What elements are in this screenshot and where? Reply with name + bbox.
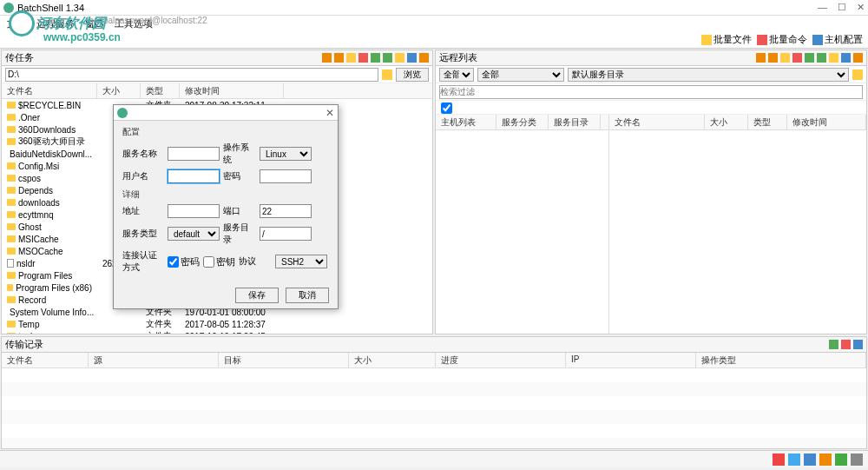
up-icon[interactable] bbox=[346, 53, 356, 63]
start-icon[interactable] bbox=[829, 340, 838, 349]
table-row[interactable]: Temp文件夹2017-08-05 11:28:37 bbox=[2, 318, 432, 330]
col-dst[interactable]: 目标 bbox=[219, 353, 349, 367]
col-name[interactable]: 文件名 bbox=[2, 353, 89, 367]
search-filter-input[interactable] bbox=[439, 85, 863, 99]
col-op[interactable]: 操作类型 bbox=[696, 353, 866, 367]
remote-panel-title: 远程列表 bbox=[439, 51, 477, 64]
view-icon[interactable] bbox=[841, 53, 851, 63]
col-size[interactable]: 大小 bbox=[705, 115, 748, 129]
refresh-icon[interactable] bbox=[805, 53, 814, 63]
clear-icon[interactable] bbox=[853, 340, 863, 349]
transfer-title: 传输记录 bbox=[5, 338, 43, 351]
config-dialog: ✕ 配置 服务名称 操作系统 Linux 用户名 密码 详细 地址 端口 服务类… bbox=[113, 104, 339, 309]
up-icon[interactable] bbox=[780, 53, 790, 63]
address-input[interactable] bbox=[168, 204, 220, 218]
col-type[interactable]: 类型 bbox=[748, 115, 787, 129]
host-grid[interactable] bbox=[436, 130, 608, 334]
auth-pwd-checkbox[interactable] bbox=[168, 256, 179, 268]
col-ip[interactable]: IP bbox=[566, 353, 696, 367]
sync-icon[interactable] bbox=[419, 53, 429, 63]
watermark-url: www.pc0359.cn bbox=[43, 31, 121, 43]
col-type[interactable]: 类型 bbox=[141, 83, 180, 98]
transfer-panel: 传输记录 文件名 源 目标 大小 进度 IP 操作类型 bbox=[1, 336, 867, 449]
section-detail: 详细 bbox=[122, 189, 329, 201]
status-icon-3[interactable] bbox=[804, 453, 816, 466]
back-icon[interactable] bbox=[322, 53, 332, 63]
filter-all-1[interactable]: 全部 bbox=[439, 68, 474, 82]
col-name[interactable]: 文件名 bbox=[609, 115, 705, 129]
statusbar bbox=[0, 450, 868, 467]
refresh-icon[interactable] bbox=[371, 53, 380, 63]
default-dir-select[interactable]: 默认服务目录 bbox=[568, 68, 849, 82]
status-icon-1[interactable] bbox=[773, 453, 785, 466]
col-date[interactable]: 修改时间 bbox=[787, 115, 866, 129]
local-panel-title: 传任务 bbox=[5, 51, 34, 64]
titlebar: BatchShell 1.34 — ☐ ✕ bbox=[0, 0, 868, 16]
back-icon[interactable] bbox=[756, 53, 766, 63]
port-label: 端口 bbox=[223, 205, 256, 217]
svc-dir-label: 服务目录 bbox=[223, 222, 256, 246]
status-icon-2[interactable] bbox=[788, 453, 800, 466]
host-config-button[interactable]: 主机配置 bbox=[812, 33, 863, 46]
batch-cmd-icon bbox=[757, 35, 767, 45]
batch-file-icon bbox=[701, 35, 712, 45]
col-progress[interactable]: 进度 bbox=[436, 353, 566, 367]
col-host[interactable]: 主机列表 bbox=[436, 115, 496, 129]
svc-type-select[interactable]: default bbox=[168, 227, 220, 241]
status-icon-4[interactable] bbox=[819, 453, 832, 466]
folder-icon[interactable] bbox=[852, 70, 863, 80]
view-icon[interactable] bbox=[407, 53, 417, 63]
proto-select[interactable]: SSH2 bbox=[275, 255, 327, 268]
user-input[interactable] bbox=[168, 169, 220, 183]
cancel-button[interactable]: 取消 bbox=[286, 288, 329, 303]
col-category[interactable]: 服务分类 bbox=[496, 115, 549, 129]
save-button[interactable]: 保存 bbox=[235, 288, 279, 303]
new-icon[interactable] bbox=[383, 53, 392, 63]
auth-key-checkbox[interactable] bbox=[203, 256, 214, 268]
address-label: 地址 bbox=[122, 205, 164, 217]
svc-dir-input[interactable] bbox=[260, 227, 312, 241]
select-all-checkbox[interactable] bbox=[441, 103, 452, 114]
service-name-input[interactable] bbox=[168, 147, 220, 161]
local-path-input[interactable] bbox=[5, 68, 378, 82]
browse-button[interactable]: 浏览 bbox=[396, 68, 429, 82]
batch-cmd-button[interactable]: 批量命令 bbox=[757, 33, 807, 46]
forward-icon[interactable] bbox=[768, 53, 778, 63]
top-toolbar: 批量文件 批量命令 主机配置 bbox=[0, 31, 868, 49]
remote-file-grid[interactable] bbox=[609, 130, 866, 334]
sync-icon[interactable] bbox=[853, 53, 863, 63]
delete-icon[interactable] bbox=[358, 53, 368, 63]
os-select[interactable]: Linux bbox=[260, 147, 312, 161]
password-input[interactable] bbox=[260, 169, 312, 183]
open-icon[interactable] bbox=[395, 53, 404, 63]
forward-icon[interactable] bbox=[334, 53, 344, 63]
col-name[interactable]: 文件名 bbox=[2, 83, 97, 98]
transfer-grid[interactable] bbox=[2, 368, 866, 448]
maximize-button[interactable]: ☐ bbox=[838, 2, 846, 13]
port-input[interactable] bbox=[260, 204, 312, 218]
proto-label: 协议 bbox=[239, 255, 272, 268]
service-name-label: 服务名称 bbox=[122, 148, 164, 160]
batch-file-button[interactable]: 批量文件 bbox=[701, 33, 752, 46]
open-icon[interactable] bbox=[829, 53, 838, 63]
status-icon-6[interactable] bbox=[851, 453, 863, 466]
col-src[interactable]: 源 bbox=[89, 353, 219, 367]
close-button[interactable]: ✕ bbox=[857, 2, 865, 13]
table-row[interactable]: tools文件夹2017-10-19 17:23:45 bbox=[2, 330, 432, 334]
minimize-button[interactable]: — bbox=[818, 2, 827, 13]
delete-icon[interactable] bbox=[792, 53, 802, 63]
remote-panel: 远程列表 全部 全部 默认服务目录 bbox=[435, 50, 867, 334]
section-config: 配置 bbox=[122, 126, 329, 138]
folder-icon[interactable] bbox=[382, 70, 392, 80]
status-icon-5[interactable] bbox=[835, 453, 847, 466]
col-dir[interactable]: 服务目录 bbox=[549, 115, 601, 129]
dialog-close-button[interactable]: ✕ bbox=[326, 107, 334, 119]
col-size[interactable]: 大小 bbox=[97, 83, 141, 98]
col-size[interactable]: 大小 bbox=[349, 353, 436, 367]
col-date[interactable]: 修改时间 bbox=[180, 83, 284, 98]
new-icon[interactable] bbox=[817, 53, 826, 63]
filter-all-2[interactable]: 全部 bbox=[477, 68, 564, 82]
dialog-icon bbox=[117, 108, 128, 118]
user-label: 用户名 bbox=[122, 170, 164, 182]
stop-icon[interactable] bbox=[841, 340, 851, 349]
